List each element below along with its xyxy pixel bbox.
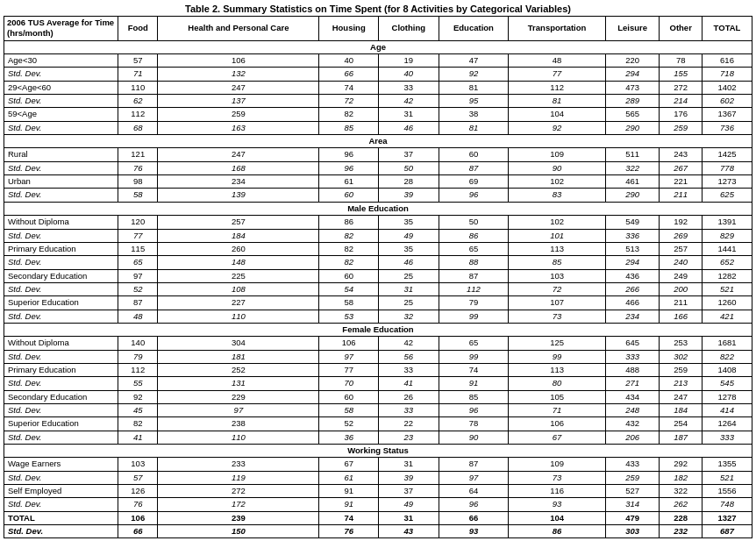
cell-value: 77	[319, 363, 379, 376]
table-row: Secondary Education922296026851054342471…	[4, 390, 752, 403]
cell-value: 473	[605, 81, 659, 94]
cell-value: 220	[605, 54, 659, 68]
cell-value: 97	[319, 350, 379, 363]
cell-value: 76	[118, 161, 158, 174]
section-header: Female Education	[4, 323, 752, 336]
cell-value: 57	[118, 471, 158, 484]
cell-value: 602	[703, 95, 752, 108]
cell-value: 99	[439, 310, 509, 323]
table-row: Without Diploma1202578635501025491921391	[4, 216, 752, 229]
cell-value: 513	[605, 242, 659, 255]
cell-value: 184	[660, 403, 703, 416]
cell-value: 488	[605, 363, 659, 376]
cell-value: 414	[703, 403, 752, 416]
cell-value: 109	[509, 148, 606, 161]
cell-value: 254	[660, 417, 703, 431]
table-row: Rural1212479637601095112431425	[4, 148, 752, 161]
cell-value: 88	[439, 256, 509, 269]
table-row: Secondary Education972256025871034362491…	[4, 269, 752, 282]
cell-value: 433	[605, 458, 659, 471]
header-total: TOTAL	[703, 17, 752, 41]
table-row: Std. Dev.7113266409277294155718	[4, 68, 752, 81]
cell-value: 434	[605, 390, 659, 403]
table-row: Primary Education11526082356511351325714…	[4, 242, 752, 255]
cell-value: 47	[439, 54, 509, 68]
cell-value: 78	[439, 417, 509, 431]
total-std-cell: 687	[703, 525, 752, 538]
cell-value: 257	[660, 242, 703, 255]
cell-value: 322	[605, 161, 659, 174]
table-row: Std. Dev.77184824986101336269829	[4, 229, 752, 242]
cell-value: 1425	[703, 148, 752, 161]
header-food: Food	[118, 17, 158, 41]
cell-value: 38	[439, 108, 509, 121]
cell-value: 31	[379, 108, 439, 121]
cell-value: 74	[319, 81, 379, 94]
cell-value: 140	[118, 337, 158, 350]
cell-value: 1556	[703, 485, 752, 498]
header-leisure: Leisure	[605, 17, 659, 41]
cell-value: 60	[439, 148, 509, 161]
cell-value: 96	[439, 403, 509, 416]
cell-value: 39	[379, 189, 439, 202]
cell-value: 62	[118, 95, 158, 108]
table-row: Std. Dev.7918197569999333302822	[4, 350, 752, 363]
cell-value: 102	[509, 175, 606, 189]
cell-value: 290	[605, 121, 659, 134]
cell-value: 102	[509, 216, 606, 229]
header-education: Education	[439, 17, 509, 41]
table-row: Std. Dev.5711961399773259182521	[4, 471, 752, 484]
cell-value: 87	[118, 296, 158, 310]
cell-value: 57	[118, 54, 158, 68]
cell-value: 87	[439, 269, 509, 282]
row-label: 59<Age	[4, 108, 118, 121]
cell-value: 1273	[703, 175, 752, 189]
cell-value: 257	[158, 216, 319, 229]
table-row: Std. Dev.5813960399683290211625	[4, 189, 752, 202]
cell-value: 92	[509, 121, 606, 134]
total-cell: 104	[509, 511, 606, 524]
cell-value: 778	[703, 161, 752, 174]
cell-value: 272	[660, 81, 703, 94]
row-label: Std. Dev.	[4, 121, 118, 134]
cell-value: 106	[509, 417, 606, 431]
cell-value: 247	[158, 81, 319, 94]
cell-value: 86	[319, 216, 379, 229]
table-row: 59<Age1122598231381045651761367	[4, 108, 752, 121]
cell-value: 625	[703, 189, 752, 202]
total-std-cell: 93	[439, 525, 509, 538]
cell-value: 26	[379, 390, 439, 403]
cell-value: 121	[118, 148, 158, 161]
cell-value: 333	[605, 350, 659, 363]
cell-value: 97	[118, 269, 158, 282]
cell-value: 829	[703, 229, 752, 242]
cell-value: 182	[660, 471, 703, 484]
cell-value: 93	[509, 498, 606, 511]
cell-value: 227	[158, 296, 319, 310]
table-row: Age<30571064019474822078616	[4, 54, 752, 68]
total-std-cell: 43	[379, 525, 439, 538]
cell-value: 65	[439, 242, 509, 255]
cell-value: 74	[439, 363, 509, 376]
cell-value: 259	[158, 108, 319, 121]
cell-value: 72	[509, 282, 606, 295]
cell-value: 22	[379, 417, 439, 431]
row-label: Std. Dev.	[4, 498, 118, 511]
table-row: Std. Dev.4111036239067206187333	[4, 431, 752, 444]
cell-value: 90	[509, 161, 606, 174]
table-row: Std. Dev.459758339671248184414	[4, 403, 752, 416]
header-other: Other	[660, 17, 703, 41]
cell-value: 139	[158, 189, 319, 202]
cell-value: 49	[379, 498, 439, 511]
cell-value: 718	[703, 68, 752, 81]
cell-value: 126	[118, 485, 158, 498]
cell-value: 91	[439, 377, 509, 390]
cell-value: 82	[319, 242, 379, 255]
cell-value: 97	[158, 403, 319, 416]
cell-value: 119	[158, 471, 319, 484]
cell-value: 252	[158, 363, 319, 376]
cell-value: 90	[439, 431, 509, 444]
cell-value: 50	[439, 216, 509, 229]
cell-value: 78	[660, 54, 703, 68]
cell-value: 96	[439, 189, 509, 202]
